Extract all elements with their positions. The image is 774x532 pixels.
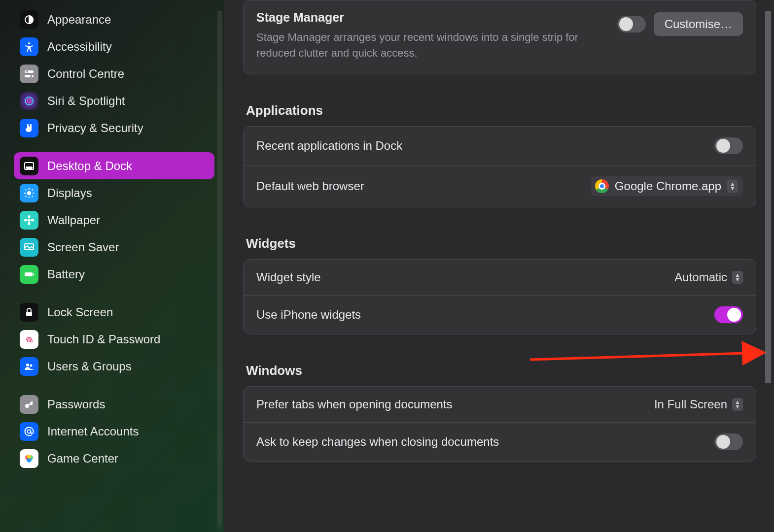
sidebar-item-appearance[interactable]: Appearance: [14, 6, 214, 33]
applications-card: Recent applications in Dock Default web …: [243, 126, 756, 207]
sidebar: Appearance Accessibility Control Centre …: [0, 0, 224, 532]
sidebar-item-screen-saver[interactable]: Screen Saver: [14, 233, 214, 261]
users-icon: [20, 357, 38, 376]
default-browser-value: Google Chrome.app: [615, 179, 721, 193]
row-widget-style: Widget style Automatic ▲▼: [244, 260, 756, 295]
at-icon: [20, 422, 38, 441]
sidebar-item-label: Touch ID & Password: [47, 332, 160, 346]
default-browser-select[interactable]: Google Chrome.app ▲▼: [591, 176, 743, 196]
appearance-icon: [20, 10, 38, 29]
sidebar-item-passwords[interactable]: Passwords: [14, 391, 214, 418]
sidebar-item-label: Game Center: [47, 452, 118, 466]
svg-point-22: [25, 404, 29, 408]
sidebar-item-displays[interactable]: Displays: [14, 179, 214, 206]
svg-point-6: [25, 97, 33, 105]
svg-point-1: [28, 42, 30, 44]
svg-rect-9: [26, 167, 32, 168]
sidebar-item-label: Screen Saver: [47, 240, 119, 254]
svg-rect-3: [25, 75, 34, 77]
svg-rect-19: [26, 312, 32, 316]
row-recent-apps: Recent applications in Dock: [244, 127, 756, 165]
stage-manager-card: Stage Manager Stage Manager arranges you…: [243, 0, 756, 74]
flower-icon: [20, 211, 38, 230]
svg-point-21: [30, 364, 33, 366]
recent-apps-toggle[interactable]: [714, 137, 743, 154]
sidebar-item-accessibility[interactable]: Accessibility: [14, 33, 214, 60]
sidebar-item-privacy-security[interactable]: Privacy & Security: [14, 114, 214, 141]
customise-button[interactable]: Customise…: [654, 12, 743, 36]
fingerprint-icon: [20, 330, 38, 349]
chevron-up-down-icon: ▲▼: [727, 180, 738, 193]
use-iphone-widgets-label: Use iPhone widgets: [256, 308, 361, 322]
prefer-tabs-value: In Full Screen: [654, 398, 727, 411]
row-prefer-tabs: Prefer tabs when opening documents In Fu…: [244, 387, 756, 422]
screensaver-icon: [20, 238, 38, 257]
sidebar-item-internet-accounts[interactable]: Internet Accounts: [14, 418, 214, 445]
sidebar-item-label: Internet Accounts: [47, 425, 139, 438]
widget-style-value: Automatic: [674, 270, 727, 284]
svg-rect-18: [33, 273, 34, 275]
sidebar-item-battery[interactable]: Battery: [14, 261, 214, 288]
section-heading-applications: Applications: [243, 88, 756, 126]
sidebar-item-label: Users & Groups: [47, 360, 132, 373]
widget-style-select[interactable]: Automatic ▲▼: [674, 270, 743, 284]
svg-point-20: [26, 364, 29, 366]
sidebar-item-label: Battery: [47, 267, 85, 281]
svg-point-11: [28, 219, 31, 222]
switches-icon: [20, 65, 38, 83]
sidebar-item-label: Lock Screen: [47, 305, 113, 319]
ask-keep-changes-toggle[interactable]: [714, 433, 743, 450]
svg-point-27: [27, 455, 31, 459]
gamecenter-icon: [20, 449, 38, 468]
widgets-card: Widget style Automatic ▲▼ Use iPhone wid…: [243, 259, 756, 334]
sidebar-item-desktop-dock[interactable]: Desktop & Dock: [14, 152, 214, 179]
scrollbar[interactable]: [765, 0, 771, 532]
sidebar-item-label: Appearance: [47, 13, 111, 27]
stage-manager-toggle[interactable]: [617, 16, 646, 33]
svg-point-14: [24, 219, 27, 221]
sidebar-item-label: Displays: [47, 186, 92, 200]
svg-point-15: [31, 219, 34, 221]
prefer-tabs-select[interactable]: In Full Screen ▲▼: [654, 398, 743, 411]
sidebar-item-label: Passwords: [47, 398, 105, 411]
default-browser-label: Default web browser: [256, 179, 364, 193]
stage-manager-title: Stage Manager: [256, 10, 607, 25]
battery-icon: [20, 265, 38, 284]
sidebar-item-touch-id-password[interactable]: Touch ID & Password: [14, 326, 214, 353]
sidebar-item-control-centre[interactable]: Control Centre: [14, 60, 214, 87]
accessibility-icon: [20, 37, 38, 56]
chrome-icon: [595, 179, 609, 193]
ask-keep-changes-label: Ask to keep changes when closing documen…: [256, 435, 499, 449]
windows-card: Prefer tabs when opening documents In Fu…: [243, 386, 756, 462]
sidebar-item-label: Accessibility: [47, 40, 112, 54]
widget-style-label: Widget style: [256, 270, 321, 284]
row-use-iphone-widgets: Use iPhone widgets: [244, 295, 756, 334]
sidebar-item-wallpaper[interactable]: Wallpaper: [14, 206, 214, 233]
sidebar-item-users-groups[interactable]: Users & Groups: [14, 353, 214, 380]
siri-icon: [20, 92, 38, 110]
sidebar-item-lock-screen[interactable]: Lock Screen: [14, 299, 214, 326]
use-iphone-widgets-toggle[interactable]: [714, 306, 743, 323]
svg-rect-17: [25, 272, 33, 276]
dock-icon: [20, 157, 38, 175]
sidebar-item-label: Desktop & Dock: [47, 159, 132, 173]
svg-point-13: [28, 222, 31, 225]
recent-apps-label: Recent applications in Dock: [256, 139, 402, 153]
lock-icon: [20, 303, 38, 322]
svg-point-5: [30, 75, 32, 77]
svg-point-4: [26, 70, 28, 72]
sun-icon: [20, 184, 38, 202]
sidebar-item-siri-spotlight[interactable]: Siri & Spotlight: [14, 87, 214, 114]
sidebar-item-game-center[interactable]: Game Center: [14, 445, 214, 472]
section-heading-widgets: Widgets: [243, 221, 756, 259]
chevron-up-down-icon: ▲▼: [732, 398, 743, 411]
svg-point-12: [28, 215, 31, 218]
stage-manager-description: Stage Manager arranges your recent windo…: [256, 30, 607, 61]
row-ask-keep-changes: Ask to keep changes when closing documen…: [244, 422, 756, 461]
section-heading-windows: Windows: [243, 348, 756, 386]
sidebar-item-label: Wallpaper: [47, 213, 100, 227]
sidebar-item-label: Siri & Spotlight: [47, 94, 125, 108]
row-default-browser: Default web browser Google Chrome.app ▲▼: [244, 165, 756, 207]
key-icon: [20, 395, 38, 414]
svg-point-10: [27, 191, 31, 195]
